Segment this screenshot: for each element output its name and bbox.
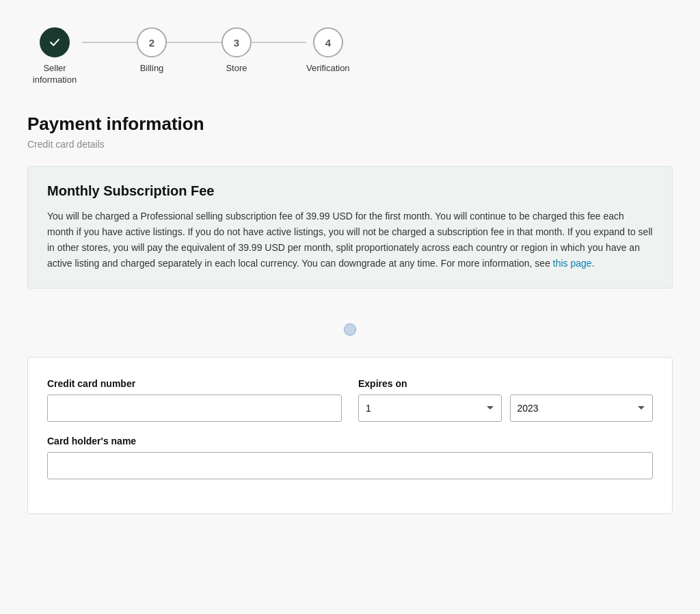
step-circle-1 bbox=[40, 27, 70, 57]
info-box-text-part2: . bbox=[592, 258, 595, 269]
step-connector-3 bbox=[252, 42, 306, 43]
step-store: 3 Store bbox=[221, 27, 252, 75]
step-verification: 4 Verification bbox=[306, 27, 350, 75]
step-label-1: Seller information bbox=[27, 63, 82, 86]
checkmark-icon bbox=[48, 36, 62, 49]
info-box-title: Monthly Subscription Fee bbox=[47, 183, 653, 199]
form-card: Credit card number Expires on 1234567891… bbox=[27, 357, 673, 514]
form-row-1: Credit card number Expires on 1234567891… bbox=[47, 378, 653, 422]
step-label-4: Verification bbox=[306, 63, 350, 75]
stepper: Seller information 2 Billing 3 Store 4 V… bbox=[27, 21, 673, 86]
card-holder-name-label: Card holder's name bbox=[47, 436, 653, 446]
info-box-link[interactable]: this page bbox=[553, 258, 592, 269]
step-circle-2: 2 bbox=[137, 27, 167, 57]
step-circle-3: 3 bbox=[221, 27, 252, 57]
expires-selects: 123456789101112 202320242025202620272028… bbox=[358, 395, 653, 422]
card-holder-name-group: Card holder's name bbox=[47, 436, 653, 479]
expires-on-group: Expires on 123456789101112 2023202420252… bbox=[358, 378, 653, 422]
main-content: Payment information Credit card details … bbox=[27, 114, 673, 514]
credit-card-number-input[interactable] bbox=[47, 395, 342, 422]
step-label-3: Store bbox=[226, 63, 247, 75]
step-circle-4: 4 bbox=[313, 27, 343, 57]
step-connector-1 bbox=[82, 42, 137, 43]
credit-card-number-group: Credit card number bbox=[47, 378, 342, 422]
step-connector-2 bbox=[167, 42, 221, 43]
expires-on-label: Expires on bbox=[358, 378, 653, 389]
card-holder-name-input[interactable] bbox=[47, 452, 653, 479]
credit-card-number-label: Credit card number bbox=[47, 378, 342, 389]
cursor-indicator bbox=[344, 323, 356, 336]
step-billing: 2 Billing bbox=[137, 27, 167, 75]
expires-year-select[interactable]: 20232024202520262027202820292030 bbox=[510, 395, 654, 422]
page-title: Payment information bbox=[27, 114, 673, 135]
form-row-2: Card holder's name bbox=[47, 436, 653, 479]
expires-month-select[interactable]: 123456789101112 bbox=[358, 395, 502, 422]
info-box-text: You will be charged a Professional selli… bbox=[47, 209, 653, 271]
cursor-area bbox=[27, 309, 673, 350]
info-box: Monthly Subscription Fee You will be cha… bbox=[27, 166, 673, 289]
step-seller-information: Seller information bbox=[27, 27, 82, 86]
step-label-2: Billing bbox=[140, 63, 164, 75]
page-subtitle: Credit card details bbox=[27, 139, 673, 150]
